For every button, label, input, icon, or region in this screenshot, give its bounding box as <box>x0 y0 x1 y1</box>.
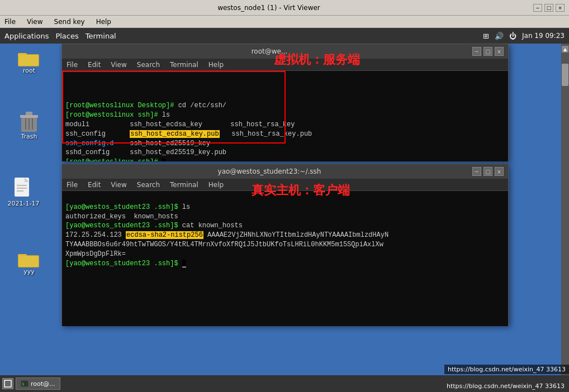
client-term-close[interactable]: × <box>495 167 504 176</box>
scrollbar[interactable]: ▲ ▼ <box>561 44 569 392</box>
desktop-icon-trash[interactable]: Trash <box>11 111 47 140</box>
places-menu[interactable]: Places <box>55 32 78 40</box>
server-menu-search[interactable]: Search <box>135 60 162 70</box>
terminal-taskbar-icon: $ <box>21 380 29 387</box>
show-desktop-icon <box>4 380 12 388</box>
server-menu-edit[interactable]: Edit <box>86 60 103 70</box>
outer-window-controls: − □ × <box>533 4 565 12</box>
folder-icon-root <box>18 49 40 67</box>
server-menu-view[interactable]: View <box>108 60 129 70</box>
applications-menu[interactable]: Applications <box>4 32 49 40</box>
server-term-titlebar: root@we... − □ × <box>62 44 508 59</box>
desktop-icon-root[interactable]: root <box>11 49 47 74</box>
client-term-title: yao@westos_student23:~/.ssh <box>67 168 472 175</box>
ssh-config-d: ssh_config.d <box>65 140 113 147</box>
server-term-controls: − □ × <box>472 47 504 56</box>
outer-title-bar: westos_node1 (1) - Virt Viewer − □ × <box>0 0 569 16</box>
menu-view[interactable]: View <box>25 17 45 27</box>
client-menu-view[interactable]: View <box>108 180 129 190</box>
client-menu-terminal[interactable]: Terminal <box>168 180 201 190</box>
server-menu-file[interactable]: File <box>64 60 80 70</box>
folder-icon-yyy <box>18 250 40 268</box>
desktop-bar-right: ⊞ 🔊 ⏻ Jan 19 09:23 <box>483 32 565 40</box>
server-menu-terminal[interactable]: Terminal <box>168 60 201 70</box>
algo-highlight: ecdsa-sha2-nistp256 <box>126 231 203 239</box>
taskbar: $ root@... https://blog.csdn.net/weixin_… <box>0 375 569 392</box>
taskbar-root-window[interactable]: $ root@... <box>16 377 60 390</box>
client-terminal-body: [yao@westos_student23 .ssh]$ ls authoriz… <box>62 191 508 326</box>
server-term-minimize[interactable]: − <box>472 47 481 56</box>
desktop-area: root Trash 2021-1-17 yyy <box>0 44 569 392</box>
taskbar-status: https://blog.csdn.net/weixin_47 33613 <box>447 383 565 390</box>
client-menu-help[interactable]: Help <box>206 180 226 190</box>
trash-icon-label: Trash <box>21 133 37 140</box>
server-term-title: root@we... <box>67 47 472 55</box>
server-term-menu: File Edit View Search Terminal Help <box>62 59 508 71</box>
client-term-menu: File Edit View Search Terminal Help <box>62 179 508 191</box>
server-term-close[interactable]: × <box>495 47 504 56</box>
server-menu-help[interactable]: Help <box>206 60 226 70</box>
scrollbar-thumb[interactable] <box>562 64 568 86</box>
scrollbar-up[interactable]: ▲ <box>562 46 568 52</box>
outer-menu-bar: File View Send key Help <box>0 16 569 28</box>
yyy-icon-label: yyy <box>23 268 35 275</box>
menu-sendkey[interactable]: Send key <box>52 17 87 27</box>
root-icon-label: root <box>23 67 35 74</box>
client-term-minimize[interactable]: − <box>472 167 481 176</box>
svg-rect-4 <box>20 115 38 118</box>
server-term-maximize[interactable]: □ <box>483 47 492 56</box>
desktop-icon-yyy[interactable]: yyy <box>11 250 47 275</box>
file-icon <box>13 178 34 200</box>
desktop-bar: Applications Places Terminal ⊞ 🔊 ⏻ Jan 1… <box>0 28 569 44</box>
svg-text:$: $ <box>22 382 24 386</box>
file-icon-label: 2021-1-17 <box>8 200 40 207</box>
client-menu-edit[interactable]: Edit <box>86 180 103 190</box>
terminal-menu[interactable]: Terminal <box>86 32 116 40</box>
taskbar-item-label: root@... <box>31 380 55 388</box>
datetime-display: Jan 19 09:23 <box>522 32 565 40</box>
svg-rect-17 <box>4 380 11 387</box>
outer-title: westos_node1 (1) - Virt Viewer <box>4 4 533 12</box>
trash-icon <box>19 111 39 133</box>
client-term-maximize[interactable]: □ <box>483 167 492 176</box>
minimize-button[interactable]: − <box>533 4 542 12</box>
terminal-server-window: root@we... − □ × File Edit View Search T… <box>61 44 509 161</box>
maximize-button[interactable]: □ <box>544 4 553 12</box>
server-terminal-body: [root@westoslinux Desktop]# cd /etc/ssh/… <box>62 71 508 161</box>
client-menu-file[interactable]: File <box>64 180 80 190</box>
taskbar-show-desktop[interactable] <box>2 378 13 389</box>
client-term-titlebar: yao@westos_student23:~/.ssh − □ × <box>62 164 508 179</box>
volume-icon[interactable]: 🔊 <box>495 32 504 40</box>
client-menu-search[interactable]: Search <box>135 180 162 190</box>
menu-help[interactable]: Help <box>94 17 113 27</box>
svg-rect-5 <box>26 112 32 115</box>
watermark-text: https://blog.csdn.net/weixin_47 33613 <box>444 365 569 374</box>
close-button[interactable]: × <box>556 4 565 12</box>
highlighted-file: ssh_host_ecdsa_key.pub <box>130 130 219 138</box>
svg-rect-16 <box>18 256 39 267</box>
desktop-icon-file[interactable]: 2021-1-17 <box>6 178 41 207</box>
power-icon[interactable]: ⏻ <box>509 32 516 40</box>
network-icon[interactable]: ⊞ <box>483 32 489 40</box>
menu-file[interactable]: File <box>2 17 18 27</box>
client-term-controls: − □ × <box>472 167 504 176</box>
terminal-client-window: yao@westos_student23:~/.ssh − □ × File E… <box>61 164 509 326</box>
desktop-bar-left: Applications Places Terminal <box>4 32 116 40</box>
svg-rect-2 <box>18 55 39 66</box>
